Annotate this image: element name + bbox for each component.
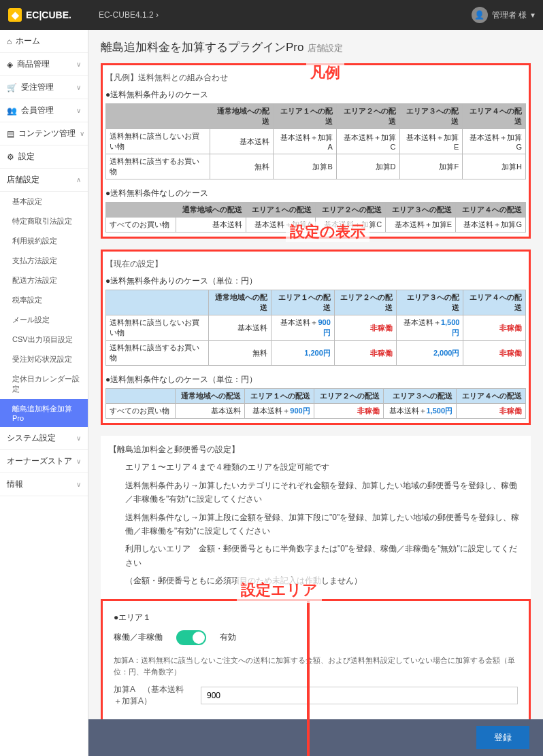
user-icon: 👤 [472,7,488,23]
kasanA-label: 加算A （基本送料＋加算A） [114,684,188,707]
sidebar-group-shop[interactable]: 店舗設定∧ [0,169,88,192]
area1-title: ●エリア１ [114,612,518,623]
submit-button[interactable]: 登録 [476,726,529,749]
legend-case1-title: ●送料無料条件ありのケース [105,89,526,101]
page-title: 離島追加料金を加算するプラグインPro店舗設定 [101,39,531,55]
current-head: 【現在の設定】 [105,258,526,270]
sidebar-item-商品管理[interactable]: ◈商品管理∨ [0,53,88,76]
users-icon: 👥 [7,106,17,116]
brand-text: EC|CUBE. [26,10,71,20]
active-toggle[interactable] [176,630,206,645]
current-case2-title: ●送料無料条件なしのケース（単位：円） [105,374,526,385]
sidebar-sub-税率設定[interactable]: 税率設定 [0,290,88,310]
brand-logo: ◆ EC|CUBE. [8,8,71,22]
current-table2: 通常地域への配送エリア１への配送エリア２への配送エリア３への配送エリア４への配送… [105,388,526,419]
legend-table2: 通常地域への配送エリア１への配送エリア２への配送エリア３への配送エリア４への配送… [105,202,526,233]
toggle-label: 稼働／非稼働 [114,632,163,643]
user-menu[interactable]: 👤 管理者 様 ▾ [472,7,535,23]
sidebar-item-システム設定[interactable]: システム設定∨ [0,427,88,450]
current-case1-title: ●送料無料条件ありのケース（単位：円） [105,275,526,287]
sidebar-sub-基本設定[interactable]: 基本設定 [0,192,88,211]
sidebar-item-受注管理[interactable]: 🛒受注管理∨ [0,76,88,99]
sidebar-sub-配送方法設定[interactable]: 配送方法設定 [0,271,88,290]
sidebar-item-オーナーズストア[interactable]: オーナーズストア∨ [0,450,88,473]
home-icon: ⌂ [7,37,12,46]
sidebar-item-情報[interactable]: 情報∨ [0,473,88,496]
logo-icon: ◆ [8,8,22,22]
sidebar-sub-利用規約設定[interactable]: 利用規約設定 [0,231,88,251]
footer-bar: 登録 [88,719,543,756]
cart-icon: 🛒 [7,83,17,92]
file-icon: ▤ [7,129,14,139]
legend-head: 【凡例】送料無料との組み合わせ [105,72,526,84]
current-box: 【現在の設定】 ●送料無料条件ありのケース（単位：円） 通常地域への配送エリア１… [101,250,531,425]
sidebar-sub-メール設定[interactable]: メール設定 [0,310,88,330]
sidebar-sub-定休日カレンダー設定[interactable]: 定休日カレンダー設定 [0,369,88,399]
description-block: 【離島追加料金と郵便番号の設定】 エリア１〜エリア４まで４種類のエリアを設定可能… [101,436,531,599]
sidebar: ⌂ホーム◈商品管理∨🛒受注管理∨👥会員管理∨▤コンテンツ管理∨⚙設定 店舗設定∧… [0,30,88,756]
sidebar-sub-支払方法設定[interactable]: 支払方法設定 [0,251,88,271]
sidebar-item-会員管理[interactable]: 👥会員管理∨ [0,99,88,122]
legend-box: 【凡例】送料無料との組み合わせ ●送料無料条件ありのケース 通常地域への配送エリ… [101,63,531,239]
current-table1: 通常地域への配送エリア１への配送エリア２への配送エリア３への配送エリア４への配送… [105,290,526,366]
kasanA-input[interactable] [201,687,518,704]
kasanA-help: 加算A：送料無料に該当しないご注文への送料に加算する金額、および送料無料設定して… [114,655,518,678]
cube-icon: ◈ [7,60,13,69]
version-label[interactable]: EC-CUBE4.1.2 › [99,10,159,20]
sidebar-item-コンテンツ管理[interactable]: ▤コンテンツ管理∨ [0,122,88,145]
sidebar-sub-特定商取引法設定[interactable]: 特定商取引法設定 [0,211,88,231]
legend-table1: 通常地域への配送エリア１への配送エリア２への配送エリア３への配送エリア４への配送… [105,103,526,179]
legend-case2-title: ●送料無料条件なしのケース [105,188,526,199]
toggle-value: 有効 [220,632,236,643]
sidebar-item-active[interactable]: 離島追加料金加算Pro [0,399,88,427]
sidebar-item-ホーム[interactable]: ⌂ホーム [0,30,88,53]
sidebar-sub-受注対応状況設定[interactable]: 受注対応状況設定 [0,349,88,369]
sidebar-sub-CSV出力項目設定[interactable]: CSV出力項目設定 [0,330,88,349]
gear-icon: ⚙ [7,152,14,162]
sidebar-item-設定[interactable]: ⚙設定 [0,145,88,169]
